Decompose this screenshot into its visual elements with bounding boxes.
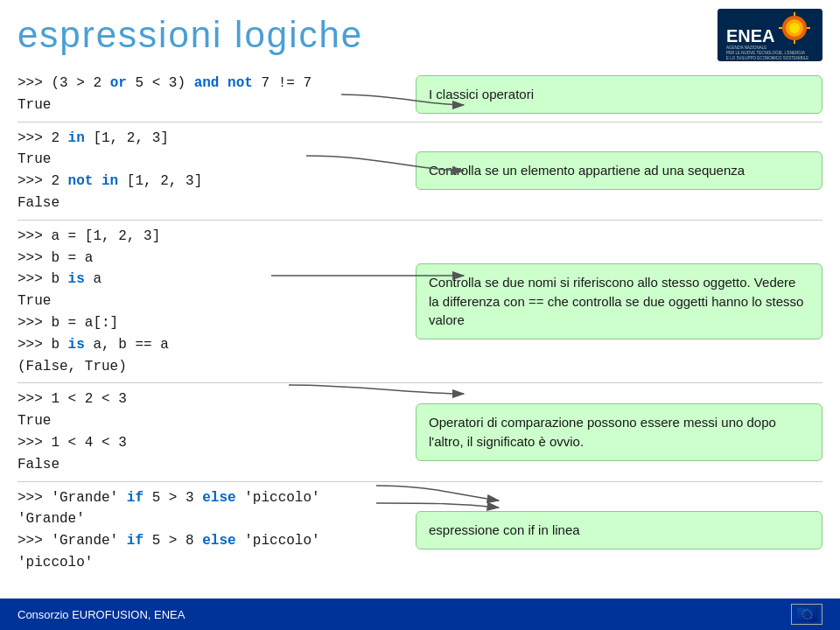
code-result: False — [18, 195, 60, 211]
annotation-box-2: Controlla se un elemento appartiene ad u… — [416, 151, 822, 190]
section-5-annotation: espressione con if in linea — [402, 511, 822, 550]
eu-flag: 🇪🇺 — [791, 604, 822, 625]
svg-text:PER LE NUOVE TECNOLOGIE, L'ENE: PER LE NUOVE TECNOLOGIE, L'ENERGIA — [726, 51, 805, 55]
annotation-text-5: espressione con if in linea — [429, 522, 580, 537]
svg-point-3 — [789, 23, 800, 33]
annotation-box-3: Controlla se due nomi si riferiscono all… — [416, 263, 822, 340]
annotation-text-3: Controlla se due nomi si riferiscono all… — [429, 275, 803, 328]
section-2-annotation: Controlla se un elemento appartiene ad u… — [402, 151, 822, 190]
divider-4 — [18, 481, 822, 482]
code-line: >>> 'Grande' if 5 > 3 else 'piccolo' — [18, 490, 320, 506]
main-content: >>> (3 > 2 or 5 < 3) and not 7 != 7 True… — [0, 66, 840, 584]
divider-2 — [18, 220, 822, 220]
code-result: True — [18, 97, 51, 113]
code-line: >>> b is a — [18, 271, 102, 287]
code-line: >>> a = [1, 2, 3] — [18, 228, 160, 244]
eu-flag-icon: 🇪🇺 — [796, 604, 818, 625]
annotation-text-2: Controlla se un elemento appartiene ad u… — [429, 163, 745, 178]
code-line: >>> 'Grande' if 5 > 8 else 'piccolo' — [18, 533, 320, 549]
code-result: (False, True) — [18, 359, 127, 374]
svg-text:ENEA: ENEA — [726, 26, 775, 46]
page-title: espressioni logiche — [18, 14, 363, 56]
divider-3 — [18, 382, 822, 383]
section-3-annotation: Controlla se due nomi si riferiscono all… — [402, 263, 822, 340]
logo-area: ENEA AGENZIA NAZIONALE PER LE NUOVE TECN… — [718, 9, 822, 61]
header: espressioni logiche ENEA — [0, 0, 840, 66]
code-line: >>> 1 < 4 < 3 — [18, 435, 127, 451]
code-result: True — [18, 293, 51, 309]
code-result: True — [18, 151, 51, 167]
annotation-text-4: Operatori di comparazione possono essere… — [429, 415, 776, 449]
section-3-code: >>> a = [1, 2, 3] >>> b = a >>> b is a T… — [18, 226, 402, 378]
code-line: >>> 1 < 2 < 3 — [18, 391, 127, 407]
code-result: False — [18, 457, 60, 472]
section-1: >>> (3 > 2 or 5 < 3) and not 7 != 7 True… — [18, 73, 822, 116]
section-1-code: >>> (3 > 2 or 5 < 3) and not 7 != 7 True — [18, 73, 402, 116]
code-result: 'Grande' — [18, 511, 85, 527]
page: espressioni logiche ENEA — [0, 0, 840, 630]
code-line: >>> 2 not in [1, 2, 3] — [18, 173, 202, 189]
code-line: >>> b is a, b == a — [18, 337, 169, 353]
annotation-text-1: I classici operatori — [429, 87, 534, 102]
enea-logo: ENEA AGENZIA NAZIONALE PER LE NUOVE TECN… — [718, 9, 822, 61]
section-5-code: >>> 'Grande' if 5 > 3 else 'piccolo' 'Gr… — [18, 487, 402, 574]
section-2: >>> 2 in [1, 2, 3] True >>> 2 not in [1,… — [18, 128, 822, 214]
section-4-code: >>> 1 < 2 < 3 True >>> 1 < 4 < 3 False — [18, 388, 402, 475]
svg-text:AGENZIA NAZIONALE: AGENZIA NAZIONALE — [726, 46, 766, 50]
section-4: >>> 1 < 2 < 3 True >>> 1 < 4 < 3 False O… — [18, 388, 822, 475]
code-prompt: >>> (3 > 2 or 5 < 3) and not 7 != 7 — [18, 75, 312, 91]
footer-text: Consorzio EUROFUSION, ENEA — [18, 608, 185, 621]
logo-graphic: ENEA AGENZIA NAZIONALE PER LE NUOVE TECN… — [718, 9, 822, 61]
code-line: >>> 2 in [1, 2, 3] — [18, 130, 169, 146]
divider-1 — [18, 122, 822, 122]
section-1-annotation: I classici operatori — [402, 75, 822, 114]
section-5: >>> 'Grande' if 5 > 3 else 'piccolo' 'Gr… — [18, 487, 822, 574]
code-line: >>> b = a[:] — [18, 315, 118, 331]
section-2-code: >>> 2 in [1, 2, 3] True >>> 2 not in [1,… — [18, 128, 402, 214]
svg-text:E LO SVILUPPO ECONOMICO SOSTEN: E LO SVILUPPO ECONOMICO SOSTENIBILE — [726, 56, 808, 60]
section-4-annotation: Operatori di comparazione possono essere… — [402, 403, 822, 461]
code-line: >>> b = a — [18, 250, 93, 266]
code-result: 'piccolo' — [18, 555, 93, 570]
annotation-box-5: espressione con if in linea — [416, 511, 822, 550]
footer: Consorzio EUROFUSION, ENEA 🇪🇺 — [0, 598, 840, 630]
section-3: >>> a = [1, 2, 3] >>> b = a >>> b is a T… — [18, 226, 822, 378]
code-result: True — [18, 413, 51, 429]
annotation-box-4: Operatori di comparazione possono essere… — [416, 403, 822, 461]
annotation-box-1: I classici operatori — [416, 75, 822, 114]
